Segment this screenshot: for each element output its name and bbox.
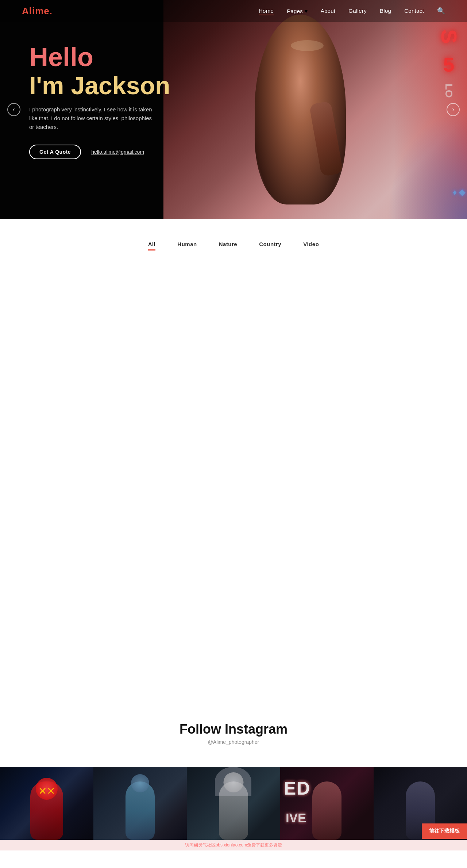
get-quote-button[interactable]: Get A Quote: [29, 145, 81, 159]
filter-tabs: All Human Nature Country Video: [0, 219, 467, 261]
nav-link-home[interactable]: Home: [259, 8, 274, 15]
logo-dot: .: [50, 5, 53, 16]
logo[interactable]: Alime.: [22, 5, 53, 17]
nav-link-contact[interactable]: Contact: [404, 8, 424, 14]
insta-photo-4[interactable]: ED IVE: [280, 767, 374, 840]
hero-content: Hello I'm Jackson I photograph very inst…: [29, 44, 170, 159]
gallery-grid: [0, 261, 467, 700]
instagram-handle: @Alime_photographer: [0, 739, 467, 745]
filter-tab-nature[interactable]: Nature: [219, 241, 238, 251]
filter-tab-human[interactable]: Human: [177, 241, 197, 251]
nav-link-blog[interactable]: Blog: [380, 8, 391, 14]
nav-item-home[interactable]: Home: [259, 8, 274, 14]
search-icon[interactable]: 🔍: [437, 7, 445, 15]
filter-tab-all[interactable]: All: [148, 241, 156, 251]
nav-item-contact[interactable]: Contact: [404, 8, 424, 14]
nav-links: Home Pages ▾ About Gallery Blog Contact: [259, 8, 424, 15]
nav-item-about[interactable]: About: [321, 8, 336, 14]
hero-section: S 5 LO ♦ ◆ ‹ Hello I'm Jackson I photogr…: [0, 0, 467, 219]
insta-figure-4: [312, 781, 341, 840]
hero-next-arrow[interactable]: ›: [447, 103, 460, 116]
watermark-text: 访问幽灵气社区bbs.xienlao.com免费下载更多资源: [0, 840, 467, 850]
nav-link-gallery[interactable]: Gallery: [348, 8, 367, 14]
nav-item-pages[interactable]: Pages ▾: [287, 8, 308, 15]
hero-email-link[interactable]: hello.alime@gmail.com: [91, 149, 144, 155]
hero-description: I photograph very instinctively. I see h…: [29, 105, 153, 131]
watermark-bar: 访问幽灵气社区bbs.xienlao.com免费下载更多资源: [0, 840, 467, 850]
download-template-button[interactable]: 前往下载模板: [422, 823, 467, 839]
hero-title1: Hello: [29, 44, 170, 70]
instagram-section: Follow Instagram @Alime_photographer: [0, 700, 467, 767]
instagram-title: Follow Instagram: [0, 722, 467, 737]
hero-photo-bg: S 5 LO ♦ ◆: [163, 0, 467, 219]
download-button-container: 前往下载模板: [422, 823, 467, 839]
nav-item-blog[interactable]: Blog: [380, 8, 391, 14]
insta-photo-1[interactable]: ✕✕: [0, 767, 93, 840]
logo-text: Alime: [22, 5, 50, 16]
nav-link-about[interactable]: About: [321, 8, 336, 14]
nav-link-pages[interactable]: Pages: [287, 8, 303, 14]
filter-tab-video[interactable]: Video: [303, 241, 319, 251]
nav-item-gallery[interactable]: Gallery: [348, 8, 367, 14]
hero-actions: Get A Quote hello.alime@gmail.com: [29, 145, 170, 159]
instagram-photos-strip: ✕✕ ED IVE: [0, 767, 467, 840]
insta-photo-2[interactable]: [93, 767, 187, 840]
insta-photo-3[interactable]: [187, 767, 280, 840]
filter-tab-country[interactable]: Country: [259, 241, 281, 251]
hero-title2: I'm Jackson: [29, 73, 170, 98]
navbar: Alime. Home Pages ▾ About Gallery Blog C…: [0, 0, 467, 22]
pages-dropdown-icon: ▾: [305, 8, 308, 14]
hero-prev-arrow[interactable]: ‹: [7, 103, 20, 116]
